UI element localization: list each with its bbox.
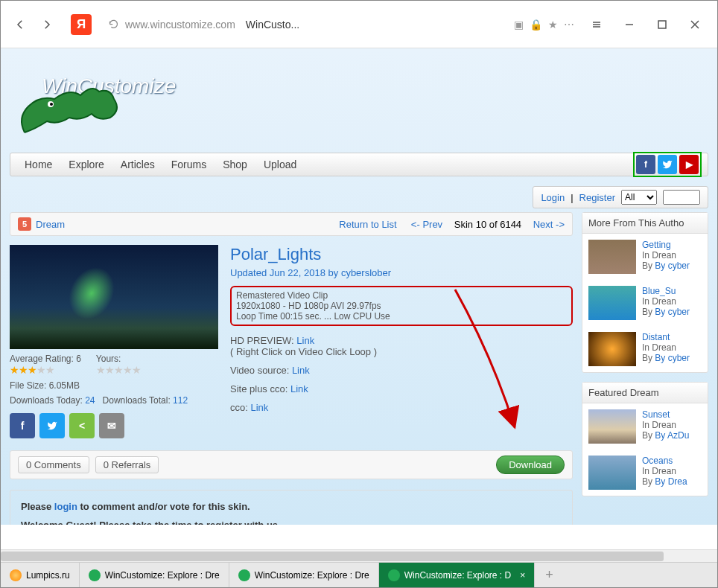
- login-prompt-box: Please login to comment and/or vote for …: [10, 490, 573, 525]
- referrals-button[interactable]: 0 Referrals: [95, 456, 159, 473]
- register-link[interactable]: Register: [579, 192, 615, 203]
- share-generic-icon[interactable]: <: [69, 413, 95, 438]
- nav-upload[interactable]: Upload: [255, 159, 305, 170]
- desc-line2: 1920x1080 - HD 1080p AVI 29.97fps: [236, 301, 567, 311]
- featured-item[interactable]: SunsetIn DreanBy By AzDu: [582, 403, 708, 450]
- youtube-icon[interactable]: ▶: [679, 155, 699, 174]
- thumb-icon: [588, 240, 636, 274]
- svg-rect-0: [658, 21, 666, 28]
- nav-forums[interactable]: Forums: [163, 159, 215, 170]
- category-link[interactable]: Dream: [36, 219, 65, 230]
- close-button[interactable]: [679, 10, 711, 39]
- desc-line3: Loop Time 00:15 sec. ... Low CPU Use: [236, 311, 567, 322]
- forward-button[interactable]: [34, 11, 60, 38]
- related-item[interactable]: DistantIn DreanBy By cyber: [582, 326, 708, 372]
- prev-link[interactable]: <- Prev: [411, 219, 442, 230]
- featured-dream-panel: Featured Dream SunsetIn DreanBy By AzDu …: [582, 382, 708, 496]
- share-twitter-icon[interactable]: [39, 413, 65, 438]
- site-banner: WinCustomize: [1, 74, 717, 153]
- facebook-icon[interactable]: f: [636, 155, 655, 174]
- videosrc-link[interactable]: Link: [292, 365, 310, 376]
- minimize-button[interactable]: [613, 10, 646, 39]
- login-link-2[interactable]: login: [54, 501, 77, 512]
- lock-icon[interactable]: 🔒: [530, 19, 542, 31]
- thumb-icon: [588, 456, 636, 490]
- action-bar: 0 Comments 0 Referrals Download: [10, 450, 573, 479]
- tab-lumpics[interactable]: Lumpics.ru: [1, 563, 80, 587]
- next-link[interactable]: Next ->: [533, 219, 565, 230]
- videosrc-label: Video source:: [230, 365, 292, 376]
- dl-today-label: Downloads Today:: [10, 395, 85, 406]
- filter-select[interactable]: All: [621, 190, 657, 205]
- tab-wincustomize-active[interactable]: WinCustomize: Explore : D×: [379, 563, 535, 587]
- thumb-icon: [588, 332, 636, 366]
- hdpreview-link[interactable]: Link: [296, 335, 314, 346]
- category-icon: 5: [18, 217, 31, 231]
- comments-button[interactable]: 0 Comments: [18, 456, 89, 473]
- svg-point-2: [50, 103, 53, 106]
- back-button[interactable]: [7, 11, 34, 38]
- page-title: WinCusto...: [246, 19, 299, 31]
- reload-icon[interactable]: [108, 19, 119, 30]
- favicon: [238, 569, 250, 581]
- address-bar[interactable]: www.wincustomize.com WinCusto... ▣ 🔒 ★ ⋯: [102, 19, 580, 31]
- tab-wincustomize-2[interactable]: WinCustomize: Explore : Dre: [229, 563, 379, 587]
- featured-item[interactable]: OceansIn DreanBy By Drea: [582, 450, 708, 496]
- updated-text: Updated Jun 22, 2018 by: [230, 267, 341, 278]
- description-highlight: Remastered Video Clip 1920x1080 - HD 108…: [230, 286, 573, 326]
- favicon: [388, 569, 400, 581]
- share-facebook-icon[interactable]: f: [10, 413, 35, 438]
- more-icon[interactable]: ⋯: [564, 19, 574, 31]
- welcome-text: Welcome Guest! Please take the time to r…: [21, 520, 281, 525]
- download-button[interactable]: Download: [496, 456, 565, 474]
- skin-title: Polar_Lights: [230, 245, 573, 264]
- browser-toolbar: Я www.wincustomize.com WinCusto... ▣ 🔒 ★…: [1, 1, 717, 48]
- avg-rating-label: Average Rating: 6: [10, 354, 81, 364]
- thumb-icon: [588, 409, 636, 444]
- close-tab-icon[interactable]: ×: [520, 570, 525, 581]
- more-header: More From This Autho: [582, 213, 708, 234]
- your-rating-stars[interactable]: ★★★★★: [96, 364, 141, 376]
- share-email-icon[interactable]: ✉: [99, 413, 124, 438]
- related-item[interactable]: GettingIn DreanBy By cyber: [582, 234, 708, 280]
- your-rating-label: Yours:: [96, 354, 141, 364]
- author-link[interactable]: cyberslober: [341, 267, 391, 278]
- file-size: File Size: 6.05MB: [10, 380, 218, 391]
- desc-line1: Remastered Video Clip: [236, 290, 567, 301]
- dl-total-value[interactable]: 112: [173, 395, 188, 406]
- tab-wincustomize-1[interactable]: WinCustomize: Explore : Dre: [80, 563, 229, 587]
- login-link[interactable]: Login: [541, 192, 565, 203]
- cco-link[interactable]: Link: [250, 402, 268, 413]
- siteplus-label: Site plus cco:: [230, 383, 290, 394]
- favicon: [10, 569, 22, 581]
- nav-explore[interactable]: Explore: [60, 159, 112, 170]
- search-input[interactable]: [663, 190, 700, 205]
- favicon: [89, 569, 101, 581]
- browser-tabs: Lumpics.ru WinCustomize: Explore : Dre W…: [1, 562, 717, 587]
- url-text: www.wincustomize.com: [125, 19, 235, 31]
- avg-rating-stars: ★★★★★: [10, 364, 81, 376]
- more-from-author-panel: More From This Autho GettingIn DreanBy B…: [582, 212, 708, 373]
- hdpreview-label: HD PREVIEW:: [230, 335, 296, 346]
- maximize-button[interactable]: [646, 10, 679, 39]
- new-tab-button[interactable]: +: [535, 563, 564, 587]
- dl-today-value[interactable]: 24: [85, 395, 95, 406]
- nav-home[interactable]: Home: [16, 159, 60, 170]
- horizontal-scrollbar[interactable]: [1, 549, 717, 562]
- nav-articles[interactable]: Articles: [112, 159, 163, 170]
- star-icon[interactable]: ★: [548, 19, 558, 31]
- cco-label: cco:: [230, 402, 250, 413]
- skin-position: Skin 10 of 6144: [454, 219, 521, 230]
- skin-preview-image[interactable]: [10, 245, 218, 349]
- breadcrumb: 5 Dream Return to List <- Prev Skin 10 o…: [10, 212, 573, 236]
- twitter-icon[interactable]: [658, 155, 677, 174]
- lizard-logo-icon: [10, 80, 159, 147]
- siteplus-link[interactable]: Link: [290, 383, 308, 394]
- related-item[interactable]: Blue_SuIn DreanBy By cyber: [582, 280, 708, 326]
- return-list-link[interactable]: Return to List: [339, 219, 396, 230]
- nav-shop[interactable]: Shop: [215, 159, 255, 170]
- menu-button[interactable]: [580, 10, 613, 39]
- yandex-icon[interactable]: Я: [71, 14, 92, 35]
- dl-total-label: Downloads Total:: [103, 395, 174, 406]
- translate-icon[interactable]: ▣: [514, 19, 524, 31]
